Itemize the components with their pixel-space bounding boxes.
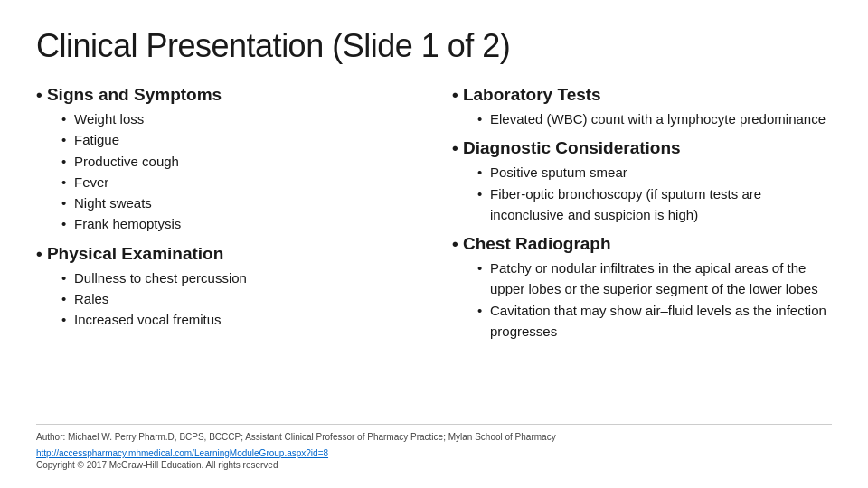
page-title: Clinical Presentation (Slide 1 of 2) xyxy=(36,27,832,65)
list-item: Fever xyxy=(61,172,416,192)
list-item: Patchy or nodular infiltrates in the api… xyxy=(477,258,832,300)
list-item: Fiber-optic bronchoscopy (if sputum test… xyxy=(477,183,832,226)
list-item: Elevated (WBC) count with a lymphocyte p… xyxy=(477,108,832,129)
lab-tests-list: Elevated (WBC) count with a lymphocyte p… xyxy=(452,108,832,129)
diagnostic-list: Positive sputum smear Fiber-optic bronch… xyxy=(452,162,832,225)
list-item: Cavitation that may show air–fluid level… xyxy=(477,300,832,343)
list-item: Positive sputum smear xyxy=(477,162,832,183)
list-item: Weight loss xyxy=(61,108,416,129)
list-item: Increased vocal fremitus xyxy=(61,309,416,330)
right-column: Laboratory Tests Elevated (WBC) count wi… xyxy=(443,85,832,415)
footer-author: Author: Michael W. Perry Pharm.D, BCPS, … xyxy=(36,430,832,444)
slide: Clinical Presentation (Slide 1 of 2) Sig… xyxy=(0,0,868,488)
list-item: Fatigue xyxy=(61,129,416,150)
list-item: Frank hemoptysis xyxy=(61,213,416,234)
diagnostic-header: Diagnostic Considerations xyxy=(452,138,832,158)
physical-exam-header: Physical Examination xyxy=(36,244,416,264)
footer: Author: Michael W. Perry Pharm.D, BCPS, … xyxy=(36,424,832,470)
chest-radiograph-list: Patchy or nodular infiltrates in the api… xyxy=(452,258,832,342)
footer-link[interactable]: http://accesspharmacy.mhmedical.com/Lear… xyxy=(36,448,328,458)
list-item: Night sweats xyxy=(61,192,416,213)
signs-symptoms-list: Weight loss Fatigue Productive cough Fev… xyxy=(36,108,416,235)
list-item: Rales xyxy=(61,288,416,309)
signs-symptoms-header: Signs and Symptoms xyxy=(36,85,416,105)
chest-radiograph-header: Chest Radiograph xyxy=(452,234,832,254)
lab-tests-header: Laboratory Tests xyxy=(452,85,832,105)
list-item: Productive cough xyxy=(61,151,416,172)
physical-exam-list: Dullness to chest percussion Rales Incre… xyxy=(36,267,416,331)
footer-copyright: Copyright © 2017 McGraw-Hill Education. … xyxy=(36,460,832,470)
list-item: Dullness to chest percussion xyxy=(61,267,416,288)
content-row: Signs and Symptoms Weight loss Fatigue P… xyxy=(36,85,832,415)
left-column: Signs and Symptoms Weight loss Fatigue P… xyxy=(36,85,425,415)
